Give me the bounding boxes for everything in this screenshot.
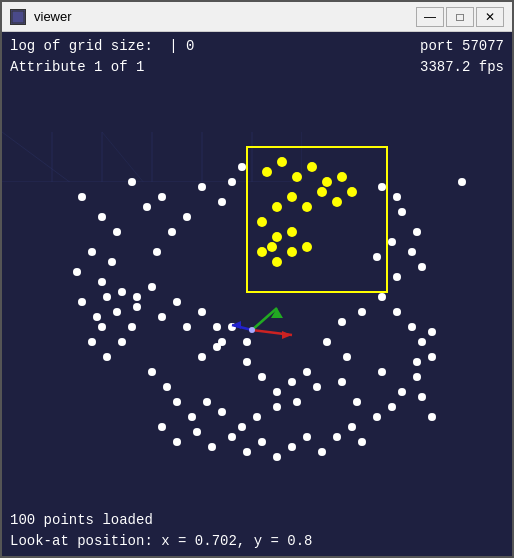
- close-button[interactable]: ✕: [476, 7, 504, 27]
- svg-point-103: [343, 353, 351, 361]
- svg-point-129: [262, 167, 272, 177]
- titlebar: viewer — □ ✕: [2, 2, 512, 32]
- svg-point-40: [158, 193, 166, 201]
- svg-point-98: [418, 393, 426, 401]
- svg-point-106: [358, 308, 366, 316]
- svg-point-34: [88, 248, 96, 256]
- svg-point-48: [413, 228, 421, 236]
- svg-point-142: [272, 232, 282, 242]
- svg-point-123: [118, 288, 126, 296]
- svg-marker-154: [232, 321, 241, 329]
- minimize-button[interactable]: —: [416, 7, 444, 27]
- svg-point-155: [249, 327, 255, 333]
- svg-point-67: [288, 378, 296, 386]
- svg-point-148: [267, 242, 277, 252]
- svg-point-50: [388, 238, 396, 246]
- svg-point-49: [408, 248, 416, 256]
- svg-point-44: [238, 163, 246, 171]
- svg-point-94: [373, 413, 381, 421]
- svg-point-134: [337, 172, 347, 182]
- maximize-button[interactable]: □: [446, 7, 474, 27]
- app-icon: [10, 9, 26, 25]
- svg-point-91: [333, 433, 341, 441]
- svg-point-87: [273, 453, 281, 461]
- svg-rect-1: [13, 12, 18, 17]
- svg-point-72: [253, 413, 261, 421]
- svg-point-36: [108, 258, 116, 266]
- svg-point-61: [213, 343, 221, 351]
- svg-point-140: [272, 202, 282, 212]
- svg-point-80: [158, 423, 166, 431]
- svg-point-33: [143, 203, 151, 211]
- svg-point-97: [413, 373, 421, 381]
- svg-point-32: [113, 228, 121, 236]
- svg-point-84: [228, 433, 236, 441]
- svg-point-45: [378, 183, 386, 191]
- svg-point-29: [78, 193, 86, 201]
- svg-point-147: [257, 247, 267, 257]
- svg-point-100: [338, 378, 346, 386]
- svg-point-126: [78, 298, 86, 306]
- svg-point-53: [393, 273, 401, 281]
- svg-point-113: [428, 328, 436, 336]
- svg-point-41: [198, 183, 206, 191]
- window-title: viewer: [34, 9, 416, 24]
- svg-point-30: [98, 213, 106, 221]
- svg-point-110: [418, 338, 426, 346]
- svg-point-127: [93, 313, 101, 321]
- svg-point-85: [243, 448, 251, 456]
- svg-point-95: [388, 403, 396, 411]
- svg-point-71: [273, 403, 281, 411]
- svg-point-102: [378, 368, 386, 376]
- svg-point-66: [273, 388, 281, 396]
- svg-point-69: [313, 383, 321, 391]
- svg-point-114: [98, 323, 106, 331]
- svg-point-82: [193, 428, 201, 436]
- svg-point-111: [428, 353, 436, 361]
- svg-point-125: [103, 293, 111, 301]
- svg-point-57: [198, 308, 206, 316]
- svg-point-81: [173, 438, 181, 446]
- svg-point-35: [73, 268, 81, 276]
- svg-point-116: [103, 353, 111, 361]
- svg-point-74: [218, 408, 226, 416]
- svg-point-105: [338, 318, 346, 326]
- svg-point-99: [428, 413, 436, 421]
- main-window: viewer — □ ✕: [0, 0, 514, 558]
- svg-point-101: [353, 398, 361, 406]
- svg-point-83: [208, 443, 216, 451]
- svg-point-93: [358, 438, 366, 446]
- svg-point-107: [378, 293, 386, 301]
- svg-point-133: [322, 177, 332, 187]
- svg-point-145: [287, 247, 297, 257]
- svg-point-79: [148, 368, 156, 376]
- svg-point-121: [148, 283, 156, 291]
- svg-point-104: [323, 338, 331, 346]
- svg-point-132: [307, 162, 317, 172]
- svg-point-56: [183, 323, 191, 331]
- svg-point-68: [303, 368, 311, 376]
- svg-marker-150: [282, 331, 292, 339]
- svg-point-60: [198, 353, 206, 361]
- svg-point-144: [302, 242, 312, 252]
- svg-point-135: [347, 187, 357, 197]
- svg-point-139: [287, 192, 297, 202]
- svg-point-51: [373, 253, 381, 261]
- axis-arrows: [227, 300, 307, 360]
- svg-point-137: [317, 187, 327, 197]
- svg-point-122: [133, 303, 141, 311]
- svg-point-58: [213, 323, 221, 331]
- svg-point-89: [303, 433, 311, 441]
- svg-point-73: [238, 423, 246, 431]
- svg-point-37: [153, 248, 161, 256]
- svg-point-70: [293, 398, 301, 406]
- svg-point-77: [173, 398, 181, 406]
- svg-point-88: [288, 443, 296, 451]
- svg-point-119: [113, 308, 121, 316]
- svg-point-115: [88, 338, 96, 346]
- svg-point-55: [173, 298, 181, 306]
- 3d-viewport[interactable]: log of grid size: | 0 port 57077 Attribu…: [2, 32, 512, 556]
- svg-line-151: [252, 308, 277, 330]
- svg-point-76: [188, 413, 196, 421]
- svg-point-90: [318, 448, 326, 456]
